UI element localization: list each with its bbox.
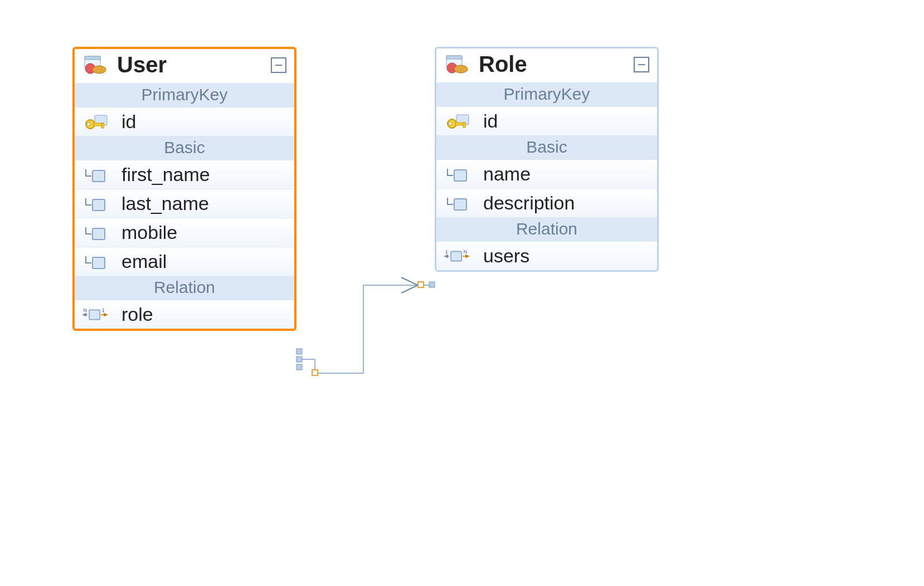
svg-rect-34: [454, 199, 466, 210]
svg-rect-2: [296, 364, 302, 370]
svg-rect-32: [463, 123, 465, 128]
svg-text:1: 1: [445, 248, 448, 254]
field-row[interactable]: name: [436, 160, 657, 188]
entity-title: User: [117, 52, 271, 77]
svg-marker-23: [104, 312, 108, 316]
field-name: last_name: [121, 193, 209, 214]
field-name: users: [483, 245, 529, 267]
svg-rect-5: [429, 282, 435, 287]
svg-rect-1: [296, 357, 302, 362]
svg-text:1: 1: [102, 307, 105, 312]
primary-key-icon: [82, 112, 111, 132]
section-relation-header: Relation: [75, 276, 294, 300]
section-relation-header: Relation: [436, 217, 657, 242]
collapse-button[interactable]: −: [634, 57, 649, 72]
primary-key-icon: [444, 111, 473, 131]
entity-user[interactable]: User − PrimaryKey id Basic first_name: [72, 47, 296, 331]
field-name: id: [483, 110, 498, 132]
svg-marker-39: [465, 254, 469, 258]
svg-rect-17: [93, 228, 105, 240]
field-row[interactable]: last_name: [75, 189, 294, 218]
svg-rect-4: [418, 282, 424, 287]
svg-rect-16: [93, 199, 105, 211]
field-name: name: [483, 163, 531, 185]
field-name: id: [121, 111, 136, 133]
svg-rect-21: [89, 310, 100, 319]
field-name: mobile: [121, 222, 177, 243]
svg-rect-0: [296, 349, 302, 354]
field-row[interactable]: 1 N users: [436, 242, 657, 270]
svg-rect-3: [312, 370, 318, 375]
entity-header[interactable]: User −: [75, 49, 294, 83]
field-name: description: [483, 192, 575, 214]
entity-icon: [82, 55, 107, 75]
basic-field-icon: [82, 223, 111, 243]
collapse-button[interactable]: −: [271, 57, 286, 73]
basic-field-icon: [444, 193, 473, 213]
field-name: email: [121, 251, 167, 272]
basic-field-icon: [82, 252, 111, 272]
svg-rect-14: [101, 123, 104, 128]
field-name: role: [121, 304, 153, 325]
relation-field-icon: 1 N: [444, 246, 473, 266]
field-row[interactable]: email: [75, 247, 294, 276]
basic-field-icon: [82, 194, 111, 214]
section-basic-header: Basic: [75, 136, 294, 160]
field-name: first_name: [121, 164, 210, 185]
field-row[interactable]: id: [75, 108, 294, 136]
field-row[interactable]: first_name: [75, 160, 294, 189]
svg-rect-18: [93, 257, 105, 268]
entity-header[interactable]: Role −: [436, 48, 657, 82]
svg-point-9: [93, 66, 106, 74]
svg-point-27: [454, 65, 468, 73]
section-primarykey-header: PrimaryKey: [75, 83, 294, 108]
svg-point-12: [87, 123, 90, 126]
svg-text:N: N: [464, 248, 467, 254]
basic-field-icon: [444, 164, 473, 184]
svg-marker-36: [444, 254, 448, 258]
field-row[interactable]: description: [436, 188, 657, 217]
svg-point-30: [449, 122, 452, 125]
svg-rect-7: [85, 56, 100, 60]
entity-icon: [444, 55, 469, 75]
entity-title: Role: [479, 52, 634, 77]
field-row[interactable]: id: [436, 107, 657, 135]
entity-role[interactable]: Role − PrimaryKey id Basic name: [435, 47, 659, 272]
svg-marker-20: [82, 312, 86, 316]
svg-rect-15: [93, 170, 105, 182]
field-row[interactable]: mobile: [75, 218, 294, 247]
relation-field-icon: N 1: [82, 305, 111, 325]
section-primarykey-header: PrimaryKey: [436, 82, 657, 107]
svg-rect-25: [446, 56, 462, 59]
svg-text:N: N: [84, 307, 87, 312]
svg-rect-37: [451, 251, 461, 261]
section-basic-header: Basic: [436, 135, 657, 160]
svg-rect-33: [454, 170, 466, 181]
basic-field-icon: [82, 165, 111, 185]
field-row[interactable]: N 1 role: [75, 300, 294, 329]
